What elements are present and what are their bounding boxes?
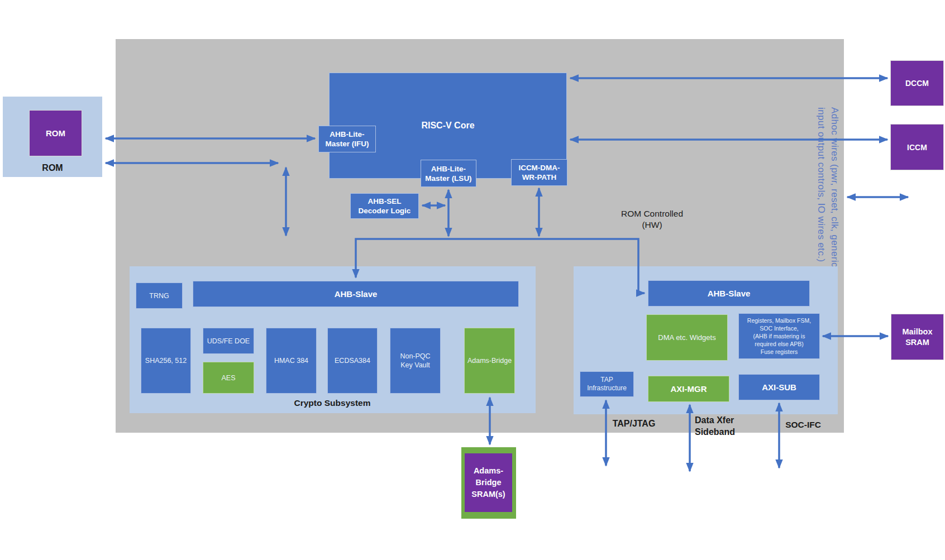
rom-caption: ROM [3, 162, 102, 174]
adams-bridge-sram-box: Adams- Bridge SRAM(s) [461, 447, 516, 519]
mailbox-sram-box: Mailbox SRAM [891, 314, 944, 360]
soc-ifc-label: SOC-IFC [777, 419, 829, 430]
ecdsa-box: ECDSA384 [327, 328, 378, 394]
adams-bridge-box: Adams-Bridge [464, 328, 515, 394]
soc-registers-box: Registers, Mailbox FSM, SOC Interface, (… [738, 313, 820, 359]
ahb-sel-decoder-box: AHB-SEL Decoder Logic [350, 193, 419, 219]
dma-widgets-box: DMA etc. Widgets [646, 314, 728, 361]
crypto-subsystem-caption: Crypto Subsystem [251, 397, 413, 409]
axi-mgr-box: AXI-MGR [648, 376, 729, 402]
adams-bridge-sram-inner: Adams- Bridge SRAM(s) [465, 453, 512, 512]
trng-box: TRNG [136, 283, 183, 309]
rom-chip: ROM [29, 110, 82, 156]
dccm-box: DCCM [890, 60, 944, 106]
soc-ahb-slave-bar: AHB-Slave [648, 280, 810, 307]
sha-box: SHA256, 512 [141, 328, 191, 394]
non-pqc-key-vault-box: Non-PQC Key Vault [390, 328, 441, 394]
uds-doe-box: UDS/FE DOE [203, 328, 254, 354]
axi-sub-box: AXI-SUB [738, 374, 820, 400]
hmac-box: HMAC 384 [266, 328, 317, 394]
tap-jtag-label: TAP/JTAG [598, 418, 670, 429]
rom-controlled-label: ROM Controlled (HW) [609, 208, 695, 231]
diagram-canvas: { "colors": { "container_gray": "#BFBFBF… [0, 0, 945, 560]
ahb-lite-master-ifu-box: AHB-Lite- Master (IFU) [318, 126, 376, 152]
tap-infrastructure-box: TAP Infrastructure [580, 371, 634, 397]
ahb-lite-master-lsu-box: AHB-Lite- Master (LSU) [421, 160, 476, 187]
iccm-box: ICCM [890, 124, 944, 170]
crypto-ahb-slave-bar: AHB-Slave [193, 281, 519, 307]
iccm-dma-wr-path-box: ICCM-DMA- WR-PATH [511, 159, 567, 186]
aes-box: AES [203, 362, 254, 394]
data-xfer-sideband-label: Data Xfer Sideband [695, 414, 767, 438]
